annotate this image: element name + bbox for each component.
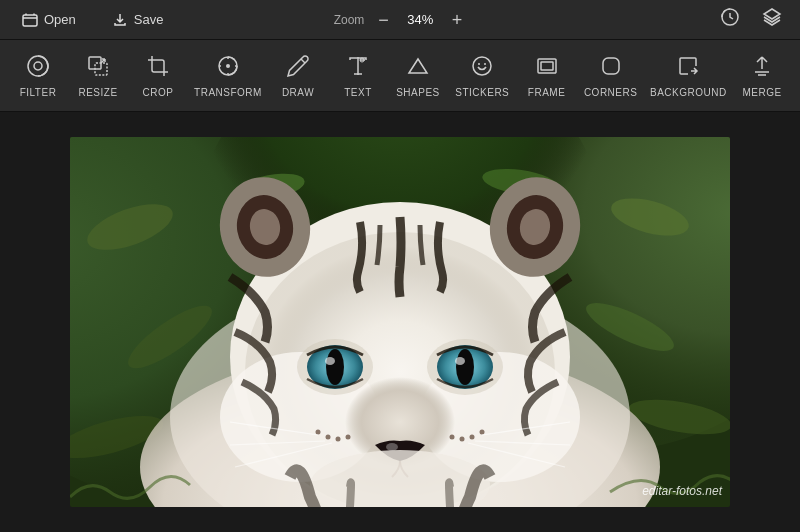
shapes-svg: [406, 54, 430, 78]
save-icon: [112, 12, 128, 28]
stickers-svg: [470, 54, 494, 78]
zoom-in-button[interactable]: +: [448, 11, 467, 29]
background-label: BACKGROUND: [650, 87, 727, 98]
merge-svg: [750, 54, 774, 78]
tool-transform[interactable]: TRANSFORM: [188, 46, 268, 106]
filter-svg: [26, 54, 50, 78]
image-container: editar-fotos.net: [70, 137, 730, 507]
canvas-area: editar-fotos.net: [0, 112, 800, 532]
shapes-icon: [406, 54, 430, 82]
draw-svg: [286, 54, 310, 78]
filter-icon: [26, 54, 50, 82]
top-bar-left: Open Save: [14, 8, 171, 32]
svg-point-44: [325, 357, 335, 365]
tool-stickers[interactable]: STICKERS: [448, 46, 517, 106]
resize-svg: [86, 54, 110, 78]
stickers-label: STICKERS: [455, 87, 509, 98]
svg-point-53: [470, 435, 475, 440]
text-svg: [346, 54, 370, 78]
frame-svg: [535, 54, 559, 78]
crop-svg: [146, 54, 170, 78]
zoom-value: 34%: [403, 12, 438, 27]
zoom-control: Zoom − 34% +: [334, 11, 467, 29]
tool-frame[interactable]: FRAME: [517, 46, 577, 106]
stickers-icon: [470, 54, 494, 82]
svg-point-43: [456, 349, 474, 385]
top-bar-right: [716, 3, 786, 36]
svg-rect-0: [23, 15, 37, 26]
tool-background[interactable]: BACKGROUND: [645, 46, 732, 106]
frame-icon: [535, 54, 559, 82]
tool-draw[interactable]: DRAW: [268, 46, 328, 106]
tool-resize[interactable]: RESIZE: [68, 46, 128, 106]
transform-svg: [216, 54, 240, 78]
corners-svg: [599, 54, 623, 78]
filter-label: FILTER: [20, 87, 57, 98]
background-icon: [676, 54, 700, 82]
svg-rect-12: [541, 62, 553, 70]
tool-shapes[interactable]: SHAPES: [388, 46, 448, 106]
crop-label: CROP: [143, 87, 174, 98]
history-button[interactable]: [716, 3, 744, 36]
svg-point-52: [480, 430, 485, 435]
svg-point-45: [455, 357, 465, 365]
layers-button[interactable]: [758, 3, 786, 36]
svg-point-48: [316, 430, 321, 435]
tool-filter[interactable]: FILTER: [8, 46, 68, 106]
open-button[interactable]: Open: [14, 8, 84, 32]
svg-point-42: [326, 349, 344, 385]
svg-point-9: [478, 63, 480, 65]
layers-icon: [762, 7, 782, 27]
crop-icon: [146, 54, 170, 82]
svg-point-54: [460, 437, 465, 442]
svg-point-50: [336, 437, 341, 442]
svg-point-8: [473, 57, 491, 75]
tiger-image: editar-fotos.net: [70, 137, 730, 507]
zoom-out-button[interactable]: −: [374, 11, 393, 29]
tool-crop[interactable]: CROP: [128, 46, 188, 106]
svg-rect-13: [603, 58, 619, 74]
save-button[interactable]: Save: [104, 8, 172, 32]
corners-label: CORNERS: [584, 87, 638, 98]
merge-label: MERGE: [742, 87, 781, 98]
save-label: Save: [134, 12, 164, 27]
transform-icon: [216, 54, 240, 82]
top-bar: Open Save Zoom − 34% +: [0, 0, 800, 40]
text-icon: [346, 54, 370, 82]
svg-point-6: [226, 64, 230, 68]
transform-label: TRANSFORM: [194, 87, 262, 98]
tool-text[interactable]: TEXT: [328, 46, 388, 106]
tool-corners[interactable]: CORNERS: [577, 46, 645, 106]
history-icon: [720, 7, 740, 27]
merge-icon: [750, 54, 774, 82]
tool-merge[interactable]: MERGE: [732, 46, 792, 106]
open-label: Open: [44, 12, 76, 27]
frame-label: FRAME: [528, 87, 566, 98]
svg-point-49: [326, 435, 331, 440]
resize-icon: [86, 54, 110, 82]
svg-point-51: [346, 435, 351, 440]
zoom-label: Zoom: [334, 13, 365, 27]
svg-rect-3: [89, 57, 101, 69]
resize-label: RESIZE: [78, 87, 117, 98]
corners-icon: [599, 54, 623, 82]
watermark-text: editar-fotos.net: [642, 484, 722, 498]
svg-point-55: [450, 435, 455, 440]
toolbar: FILTER RESIZE CROP: [0, 40, 800, 112]
background-svg: [676, 54, 700, 78]
draw-label: DRAW: [282, 87, 314, 98]
svg-point-10: [484, 63, 486, 65]
text-label: TEXT: [344, 87, 372, 98]
shapes-label: SHAPES: [396, 87, 440, 98]
open-icon: [22, 12, 38, 28]
svg-point-47: [386, 443, 398, 451]
draw-icon: [286, 54, 310, 82]
